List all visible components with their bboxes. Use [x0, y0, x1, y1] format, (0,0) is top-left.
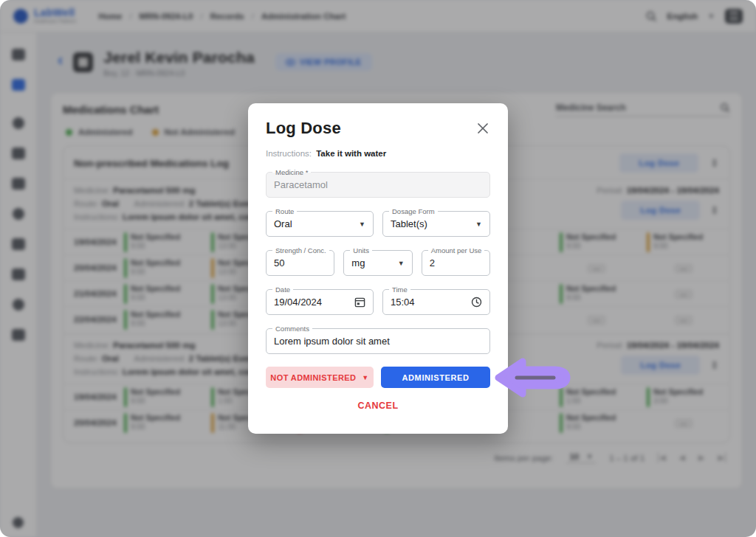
medicine-field: Medicine * Paracetamol — [266, 172, 490, 198]
instructions-value: Take it with water — [316, 149, 386, 158]
comments-field[interactable]: Comments — [266, 328, 490, 354]
modal-title: Log Dose — [266, 119, 341, 138]
calendar-icon[interactable] — [354, 297, 365, 308]
strength-field[interactable]: Strength / Conc. — [266, 250, 334, 276]
annotation-arrow-icon — [493, 356, 576, 399]
not-administered-button[interactable]: NOT ADMINISTERED ▼ — [266, 367, 374, 388]
time-field[interactable]: Time — [382, 289, 490, 315]
chevron-down-icon: ▼ — [359, 221, 365, 228]
date-field[interactable]: Date — [266, 289, 374, 315]
log-dose-modal: Log Dose Instructions: Take it with wate… — [248, 103, 508, 434]
route-select[interactable]: Route Oral ▼ — [266, 211, 374, 237]
units-select[interactable]: Units mg ▼ — [343, 250, 412, 276]
chevron-down-icon: ▼ — [398, 260, 405, 267]
clock-icon[interactable] — [471, 297, 482, 308]
amount-per-use-field[interactable]: Amount per Use — [422, 250, 490, 276]
app-window: LabWell Healthcare Platform Home/MRN-092… — [0, 0, 756, 537]
chevron-down-icon: ▼ — [362, 374, 368, 381]
instructions-label: Instructions: — [266, 149, 312, 158]
chevron-down-icon: ▼ — [475, 221, 482, 228]
dosage-form-select[interactable]: Dosage Form Tablet(s) ▼ — [382, 211, 490, 237]
close-icon[interactable] — [475, 121, 490, 136]
administered-button[interactable]: ADMINISTERED — [381, 367, 490, 388]
cancel-button[interactable]: CANCEL — [357, 401, 398, 411]
